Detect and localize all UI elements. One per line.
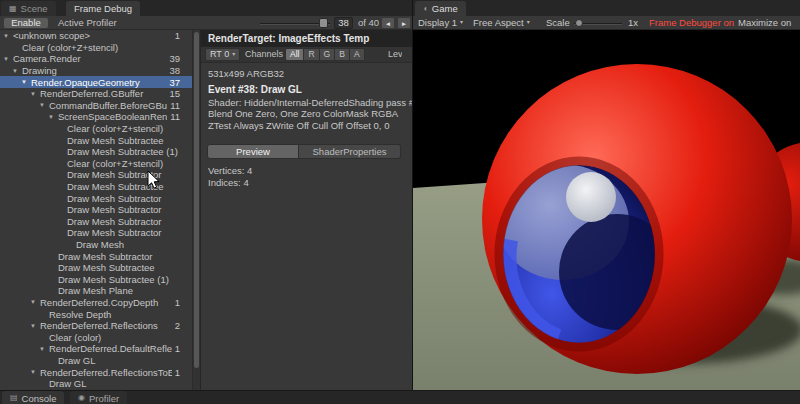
tree-row[interactable]: ▼RenderDeferred.GBuffer15 xyxy=(0,88,192,100)
tree-item-label: Draw Mesh Subtractee xyxy=(67,135,180,146)
tree-row[interactable]: Draw Mesh Subtractor xyxy=(0,250,192,262)
tree-item-label: CommandBuffer.BeforeGBuffer xyxy=(49,100,167,111)
frame-number-field[interactable]: 38 xyxy=(334,17,353,29)
tree-item-label: Draw Mesh Subtractee xyxy=(58,262,180,273)
display-dropdown-caret-icon: ▾ xyxy=(460,16,463,29)
foldout-icon[interactable]: ▼ xyxy=(39,102,49,108)
tree-row[interactable]: Clear (color+Z+stencil) xyxy=(0,158,192,170)
tree-row[interactable]: Draw Mesh Subtractee xyxy=(0,134,192,146)
tree-row[interactable]: ▼Drawing38 xyxy=(0,65,192,77)
tree-item-label: Clear (color+Z+stencil) xyxy=(22,42,180,53)
event-tree: ▼<unknown scope>1Clear (color+Z+stencil)… xyxy=(0,30,192,390)
tree-row[interactable]: Clear (color) xyxy=(0,331,192,343)
aspect-dropdown-caret-icon: ▾ xyxy=(527,16,530,29)
tree-row[interactable]: Draw GL xyxy=(0,378,192,390)
tab-game[interactable]: ◖ Game xyxy=(415,1,466,16)
foldout-icon[interactable]: ▼ xyxy=(30,323,40,329)
tree-row[interactable]: ▼ScreenSpaceBooleanRenderer11 xyxy=(0,111,192,123)
tree-row[interactable]: Draw Mesh Subtractor xyxy=(0,192,192,204)
tree-row[interactable]: Clear (color+Z+stencil) xyxy=(0,42,192,54)
tree-item-label: RenderDeferred.ReflectionsToEmissive xyxy=(40,367,172,378)
tree-item-label: RenderDeferred.Reflections xyxy=(40,320,172,331)
rt-dropdown-caret-icon: ▾ xyxy=(232,49,235,60)
scale-value: 1x xyxy=(628,16,638,29)
tree-row[interactable]: Draw Mesh Subtractor xyxy=(0,204,192,216)
channel-button-all[interactable]: All xyxy=(285,48,304,61)
tree-row[interactable]: Draw Mesh Subtractee (1) xyxy=(0,146,192,158)
console-icon: ▤ xyxy=(10,394,18,402)
tree-row[interactable]: ▼RenderDeferred.ReflectionsToEmissive1 xyxy=(0,366,192,378)
tree-row[interactable]: ▼RenderDeferred.DefaultReflection1 xyxy=(0,343,192,355)
tree-row[interactable]: ▼CommandBuffer.BeforeGBuffer11 xyxy=(0,100,192,112)
channel-button-g[interactable]: G xyxy=(320,48,336,61)
tree-row[interactable]: ▼RenderDeferred.CopyDepth1 xyxy=(0,297,192,309)
scene-icon: ▦ xyxy=(9,5,17,13)
tree-item-label: Draw Mesh Subtractor xyxy=(67,216,180,227)
channel-button-a[interactable]: A xyxy=(350,48,365,61)
tab-profiler[interactable]: ◉ Profiler xyxy=(70,391,127,404)
display-dropdown[interactable]: Display 1 ▾ xyxy=(418,16,463,29)
tab-console-label: Console xyxy=(22,393,57,404)
next-frame-button[interactable]: ► xyxy=(397,17,411,29)
tree-row[interactable]: Draw Mesh Subtractee xyxy=(0,262,192,274)
tab-scene[interactable]: ▦ Scene xyxy=(1,1,56,16)
profiler-icon: ◉ xyxy=(78,394,85,402)
tree-item-count: 39 xyxy=(166,53,180,64)
render-target-size: 531x499 ARGB32 xyxy=(201,68,412,80)
tree-item-label: Render.OpaqueGeometry xyxy=(31,77,166,88)
tree-row[interactable]: Resolve Depth xyxy=(0,308,192,320)
tab-scene-label: Scene xyxy=(21,3,48,14)
tree-row[interactable]: ▼Render.OpaqueGeometry37 xyxy=(0,76,192,88)
frame-slider[interactable] xyxy=(260,16,330,30)
tree-item-label: <unknown scope> xyxy=(13,30,172,41)
foldout-icon[interactable]: ▼ xyxy=(48,114,58,120)
scale-slider-thumb[interactable] xyxy=(575,19,583,27)
tree-row[interactable]: ▼Camera.Render39 xyxy=(0,53,192,65)
active-profiler-toggle[interactable]: Active Profiler xyxy=(58,16,117,29)
rt-dropdown[interactable]: RT 0 ▾ xyxy=(205,48,240,61)
tab-console[interactable]: ▤ Console xyxy=(2,391,64,404)
foldout-icon[interactable]: ▼ xyxy=(30,299,40,305)
tree-row[interactable]: Draw Mesh Subtractor xyxy=(0,169,192,181)
enable-button[interactable]: Enable xyxy=(3,17,49,29)
tree-row[interactable]: Draw Mesh Subtractor xyxy=(0,227,192,239)
aspect-dropdown[interactable]: Free Aspect ▾ xyxy=(473,16,530,29)
tree-row[interactable]: Draw GL xyxy=(0,355,192,367)
tree-item-label: Draw Mesh Subtractee xyxy=(67,181,180,192)
channel-button-r[interactable]: R xyxy=(304,48,319,61)
game-viewport[interactable] xyxy=(412,30,800,390)
foldout-icon[interactable]: ▼ xyxy=(21,79,31,85)
maximize-on-play-toggle[interactable]: Maximize on xyxy=(738,16,791,29)
previous-frame-button[interactable]: ◄ xyxy=(381,17,395,29)
tree-row[interactable]: ▼RenderDeferred.Reflections2 xyxy=(0,320,192,332)
tree-item-label: Drawing xyxy=(22,65,166,76)
left-tabstrip: ▦ Scene Frame Debug xyxy=(0,0,412,16)
frame-slider-thumb[interactable] xyxy=(319,18,328,28)
foldout-icon[interactable]: ▼ xyxy=(30,369,40,375)
tree-scrollbar[interactable] xyxy=(192,30,200,390)
tree-row[interactable]: Draw Mesh Plane xyxy=(0,285,192,297)
tree-row[interactable]: Clear (color+Z+stencil) xyxy=(0,123,192,135)
shader-line[interactable]: Shader: Hidden/Internal-DeferredShading … xyxy=(201,97,412,109)
channel-button-b[interactable]: B xyxy=(335,48,350,61)
foldout-icon[interactable]: ▼ xyxy=(3,56,13,62)
tree-scrollbar-thumb[interactable] xyxy=(194,32,199,368)
tree-row[interactable]: ▼<unknown scope>1 xyxy=(0,30,192,42)
tree-item-count: 11 xyxy=(167,100,180,111)
tree-item-count: 1 xyxy=(172,30,180,41)
foldout-icon[interactable]: ▼ xyxy=(3,33,13,39)
tab-frame-debug[interactable]: Frame Debug xyxy=(66,1,140,16)
foldout-icon[interactable]: ▼ xyxy=(39,346,49,352)
tree-row[interactable]: Draw Mesh Subtractee (1) xyxy=(0,273,192,285)
tree-item-label: RenderDeferred.GBuffer xyxy=(40,88,166,99)
render-target-toolbar: RT 0 ▾ Channels AllRGBA Levels xyxy=(201,47,412,63)
foldout-icon[interactable]: ▼ xyxy=(12,68,22,74)
tree-row[interactable]: Draw Mesh Subtractor xyxy=(0,216,192,228)
scale-slider[interactable] xyxy=(574,16,622,30)
tree-item-label: Draw GL xyxy=(49,378,180,389)
tree-row[interactable]: Draw Mesh xyxy=(0,239,192,251)
tree-row[interactable]: Draw Mesh Subtractee xyxy=(0,181,192,193)
foldout-icon[interactable]: ▼ xyxy=(30,91,40,97)
details-tab-preview[interactable]: Preview xyxy=(207,144,299,159)
details-tab-shaderproperties[interactable]: ShaderProperties xyxy=(299,144,401,159)
